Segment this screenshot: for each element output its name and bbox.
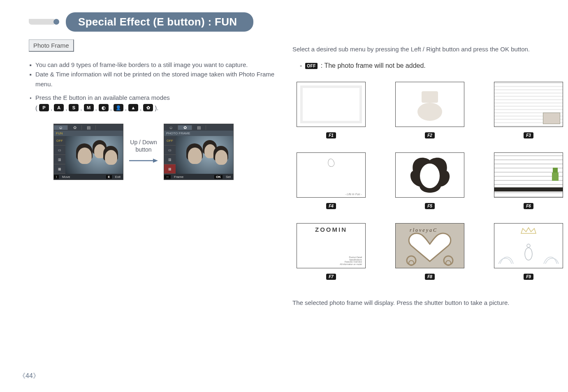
screenshot-tab-icon: ✿ <box>68 125 82 130</box>
bullet-datetime: Date & Time information will not be prin… <box>35 69 276 89</box>
svg-rect-6 <box>552 173 559 181</box>
mode-icon: S <box>69 104 79 111</box>
mode-icon: 👤 <box>114 104 123 111</box>
screen-menu-item-icon: ▦ <box>54 164 65 174</box>
screen-photoframe-title: PHOTO FRAME <box>164 131 233 136</box>
frame-label: F8 <box>425 274 435 280</box>
frames-grid: F1 F2 F3 F4 <box>297 82 539 280</box>
frame-sample-6: F6 <box>494 152 563 209</box>
screen-menu-off: OFF <box>164 136 176 145</box>
frame-label: F6 <box>524 203 533 209</box>
after-grid-text: The selected photo frame will display. P… <box>292 298 539 307</box>
title-decor <box>29 19 70 25</box>
frame-label: F2 <box>425 132 435 138</box>
page-title-bar: Special Effect (E button) : FUN <box>29 12 276 31</box>
mode-icon: ✿ <box>143 104 153 111</box>
screen-bar-set: Set <box>223 175 233 179</box>
screen-menu-item-icon: ▭ <box>54 145 65 155</box>
off-line: - OFF : The photo frame will not be adde… <box>300 62 539 69</box>
screen-fun-title: FUN <box>54 131 123 136</box>
svg-point-4 <box>420 164 440 188</box>
frame-sample-4: F4 <box>297 152 366 209</box>
screen-menu-item-icon: ▭ <box>164 145 176 155</box>
screen-preview-photo <box>176 136 233 174</box>
svg-point-11 <box>527 244 530 247</box>
screen-bar-e-key: E <box>106 175 111 179</box>
paren-close: ). <box>155 104 158 111</box>
screen-menu-item-highlighted-icon: ▦ <box>164 164 176 174</box>
page-title: Special Effect (E button) : FUN <box>66 12 253 32</box>
screen-preview-photo <box>65 136 123 174</box>
frame-label: F4 <box>326 203 336 209</box>
frame-7-title: ZOOMIN <box>300 226 362 233</box>
screen-menu-item-icon: ▥ <box>54 155 65 164</box>
arrow-label-1: Up / Down <box>129 138 158 146</box>
screenshot-tab-icon: ▤ <box>192 125 206 130</box>
frame-sample-8: r l o v e y a C F8 <box>395 223 464 280</box>
nav-updown-icon: ↕ <box>54 175 59 179</box>
arrow-label-block: Up / Down button <box>129 138 158 165</box>
frame-label: F5 <box>425 203 435 209</box>
screen-menu-item-icon: ▥ <box>164 155 176 164</box>
screen-bar-move: Move <box>60 175 73 179</box>
right-intro-text: Select a desired sub menu by pressing th… <box>292 44 539 54</box>
svg-marker-1 <box>153 159 158 163</box>
frame-7-subtitle: Product Detail Specifications Features O… <box>300 256 362 265</box>
bullet-press: Press the E button in an available camer… <box>35 93 276 102</box>
mode-icon: M <box>84 104 94 111</box>
svg-text:r l o v e y a C: r l o v e y a C <box>410 227 437 233</box>
bullet-borders: You can add 9 types of frame-like border… <box>35 60 276 69</box>
svg-point-10 <box>525 248 532 260</box>
nav-leftright-icon: ↔ <box>164 175 171 179</box>
frame-sample-7: ZOOMIN Product Detail Specifications Fea… <box>297 223 366 280</box>
off-text: : The photo frame will not be added. <box>321 62 426 69</box>
screen-menu-off: OFF <box>54 136 65 145</box>
screenshot-tab-icon: ☺ <box>54 125 68 130</box>
frame-sample-3: F3 <box>494 82 563 138</box>
frame-sample-2: F2 <box>395 82 464 138</box>
screen-bar-exit: Exit <box>113 175 123 179</box>
svg-rect-5 <box>553 168 558 173</box>
crown-icon <box>520 227 537 234</box>
arrow-right-icon <box>129 158 158 164</box>
screenshot-tab-icon: ▤ <box>82 125 96 130</box>
frame-label: F9 <box>524 274 533 280</box>
off-dash: - <box>300 62 302 69</box>
page-number: 《44》 <box>19 372 39 380</box>
frame-label: F1 <box>326 132 336 138</box>
camera-screen-fun: ☺ ✿ ▤ FUN OFF ▭ ▥ ▦ <box>53 124 123 180</box>
frame-sample-5: F5 <box>395 152 464 209</box>
camera-mode-row: ( P, A, S, M, ◐, 👤, ▲, ✿ ). <box>29 104 276 111</box>
svg-rect-2 <box>422 91 438 103</box>
screenshot-tab-icon: ☺ <box>164 125 178 130</box>
screen-bar-ok-key: OK <box>214 175 223 179</box>
arrow-label-2: button <box>129 146 158 153</box>
mode-icon: ▲ <box>128 104 138 111</box>
mode-icon: A <box>54 104 64 111</box>
photo-frame-header: Photo Frame <box>29 39 74 52</box>
off-badge: OFF <box>305 63 318 69</box>
frame-label: F7 <box>326 274 336 280</box>
screenshot-tab-icon: ✿ <box>178 125 192 130</box>
camera-screen-photoframe: ☺ ✿ ▤ PHOTO FRAME OFF ▭ ▥ ▦ <box>164 124 234 180</box>
frame-label: F3 <box>524 132 533 138</box>
mode-icon: ◐ <box>99 104 109 111</box>
paren-open: ( <box>35 104 37 111</box>
screen-bar-frame: Frame <box>172 175 186 179</box>
frame-sample-9: F9 <box>494 223 563 280</box>
svg-point-3 <box>417 103 442 121</box>
camera-screens-row: ☺ ✿ ▤ FUN OFF ▭ ▥ ▦ <box>53 124 276 180</box>
mode-icon: P <box>39 104 49 111</box>
frame-sample-1: F1 <box>297 82 366 138</box>
